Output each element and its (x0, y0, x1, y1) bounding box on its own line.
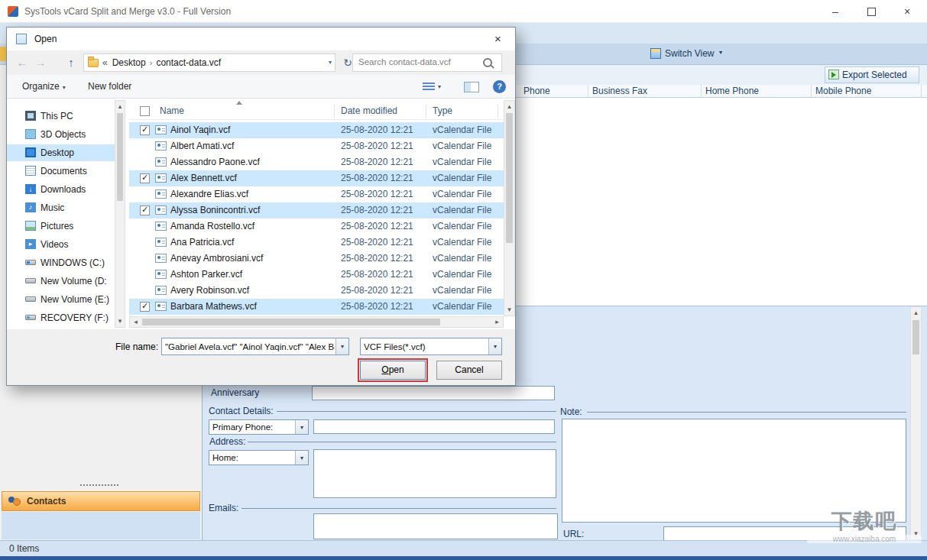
scroll-up-icon[interactable]: ▴ (911, 307, 921, 319)
anniversary-input[interactable] (312, 386, 555, 400)
sidebar-item-pictures[interactable]: Pictures (7, 218, 115, 235)
file-checkbox[interactable] (140, 173, 150, 183)
search-input[interactable]: Search contact-data.vcf (352, 53, 502, 72)
phone-input[interactable] (313, 419, 555, 434)
scroll-down-icon[interactable]: ▾ (115, 316, 125, 327)
export-selected-button[interactable]: Export Selected (825, 66, 919, 83)
file-row[interactable]: Ana Patricia.vcf 25-08-2020 12:21 vCalen… (129, 235, 504, 251)
sidebar-item-this-pc[interactable]: This PC (7, 108, 115, 125)
file-type: vCalendar File (433, 202, 491, 218)
file-row[interactable]: Alyssa Bonincontri.vcf 25-08-2020 12:21 … (129, 202, 504, 218)
sidebar-item-documents[interactable]: Documents (7, 163, 115, 180)
file-row[interactable]: Ainol Yaqin.vcf 25-08-2020 12:21 vCalend… (129, 122, 504, 138)
file-column-type[interactable]: Type (433, 105, 452, 116)
sidebar-item-downloads[interactable]: Downloads (7, 181, 115, 198)
dialog-close-button[interactable]: × (481, 28, 515, 50)
column-header-business-fax[interactable]: Business Fax (588, 85, 702, 97)
sidebar-item-music[interactable]: Music (7, 199, 115, 216)
drive-icon (25, 296, 36, 302)
contacts-panel-button[interactable]: Contacts (2, 491, 200, 511)
chevron-down-icon[interactable]: ▾ (335, 338, 348, 354)
file-list-vertical-scrollbar[interactable]: ▴ ▾ (504, 100, 515, 316)
file-name-label: File name: (105, 342, 158, 352)
file-checkbox[interactable] (140, 302, 150, 312)
scroll-up-icon[interactable]: ▴ (504, 101, 514, 112)
switch-view-button[interactable]: Switch View ▾ (650, 47, 730, 62)
file-row[interactable]: Alessandro Paone.vcf 25-08-2020 12:21 vC… (129, 154, 504, 170)
file-name-input[interactable]: "Gabriel Avela.vcf" "Ainol Yaqin.vcf" "A… (161, 338, 349, 355)
breadcrumb-item-current-folder[interactable]: contact-data.vcf (156, 57, 221, 68)
scrollbar-thumb[interactable] (506, 113, 513, 243)
splitter-handle[interactable] (80, 484, 118, 486)
forward-button[interactable]: → (31, 53, 50, 72)
file-type-select[interactable]: VCF Files(*.vcf) ▾ (360, 338, 502, 355)
file-row[interactable]: Amanda Rostello.vcf 25-08-2020 12:21 vCa… (129, 218, 504, 235)
chevron-down-icon[interactable]: ▾ (488, 338, 501, 354)
file-checkbox[interactable] (140, 125, 150, 135)
file-list-header: Name Date modified Type (129, 101, 504, 120)
main-vertical-scrollbar[interactable]: ▴ ▾ (910, 306, 922, 540)
column-header-home-phone[interactable]: Home Phone (702, 85, 812, 97)
desktop-icon (25, 147, 36, 157)
chevron-right-icon: › (150, 58, 153, 67)
column-divider[interactable] (498, 105, 498, 118)
primary-phone-select[interactable]: Primary Phone: ▾ (209, 419, 309, 435)
breadcrumb-overflow-icon[interactable]: « (102, 57, 108, 68)
scrollbar-thumb[interactable] (117, 113, 123, 201)
view-options-dropdown-icon[interactable]: ▾ (438, 83, 441, 90)
scroll-up-icon[interactable]: ▴ (115, 101, 125, 112)
sidebar-item-windows-c[interactable]: WINDOWS (C:) (7, 254, 115, 271)
file-name: Alex Bennett.vcf (170, 170, 237, 186)
scrollbar-thumb[interactable] (912, 320, 919, 354)
scroll-right-icon[interactable]: ▸ (491, 317, 503, 327)
address-textarea[interactable] (313, 449, 556, 498)
column-divider[interactable] (334, 105, 335, 118)
file-column-date-modified[interactable]: Date modified (341, 105, 397, 116)
file-name: Ashton Parker.vcf (170, 267, 242, 283)
sidebar-item-desktop[interactable]: Desktop (7, 144, 115, 161)
breadcrumb-dropdown-icon[interactable]: ▾ (329, 54, 332, 71)
maximize-button[interactable] (858, 0, 884, 23)
sidebar-item-label: Music (41, 199, 64, 216)
file-column-name[interactable]: Name (160, 105, 184, 116)
minimize-button[interactable]: – (822, 0, 848, 23)
select-all-checkbox[interactable] (140, 106, 150, 116)
column-header-phone[interactable]: Phone (520, 85, 588, 97)
organize-button[interactable]: Organize▾ (22, 75, 66, 98)
sidebar-item-3d-objects[interactable]: 3D Objects (7, 126, 115, 143)
sidebar-item-videos[interactable]: Videos (7, 236, 115, 253)
file-row[interactable]: Avery Robinson.vcf 25-08-2020 12:21 vCal… (129, 283, 504, 299)
details-view-icon[interactable] (423, 83, 435, 92)
file-row[interactable]: Ashton Parker.vcf 25-08-2020 12:21 vCale… (129, 267, 504, 283)
search-icon[interactable] (483, 58, 492, 67)
sidebar-item-new-volume-d[interactable]: New Volume (D: (7, 273, 115, 290)
scroll-down-icon[interactable]: ▾ (504, 304, 514, 316)
file-list-horizontal-scrollbar[interactable]: ◂ ▸ (129, 316, 504, 328)
emails-input[interactable] (313, 513, 558, 539)
file-row[interactable]: Alex Bennett.vcf 25-08-2020 12:21 vCalen… (129, 170, 504, 186)
file-checkbox[interactable] (140, 206, 150, 215)
breadcrumb-item-desktop[interactable]: Desktop (112, 57, 146, 68)
back-button[interactable]: ← (13, 53, 31, 72)
column-header-mobile-phone[interactable]: Mobile Phone (812, 85, 922, 97)
sidebar-item-new-volume-e[interactable]: New Volume (E:) (7, 291, 115, 308)
file-row[interactable]: Anevay Ambrosiani.vcf 25-08-2020 12:21 v… (129, 251, 504, 267)
file-row[interactable]: Alexandre Elias.vcf 25-08-2020 12:21 vCa… (129, 186, 504, 202)
preview-pane-icon[interactable] (464, 82, 479, 92)
open-button[interactable]: Open (360, 361, 426, 380)
file-row[interactable]: Barbara Mathews.vcf 25-08-2020 12:21 vCa… (129, 299, 504, 315)
address-type-select[interactable]: Home: ▾ (209, 450, 309, 465)
scrollbar-thumb[interactable] (142, 319, 440, 325)
breadcrumb[interactable]: «Desktop›contact-data.vcf ▾ (83, 53, 335, 72)
up-button[interactable]: ↑ (62, 53, 80, 72)
close-button[interactable]: × (894, 0, 920, 23)
new-folder-button[interactable]: New folder (88, 75, 131, 98)
sidebar-item-recovery-f[interactable]: RECOVERY (F:) (7, 309, 115, 326)
file-date-modified: 25-08-2020 12:21 (341, 251, 413, 267)
scroll-left-icon[interactable]: ◂ (130, 317, 141, 327)
column-divider[interactable] (426, 105, 426, 118)
help-icon[interactable]: ? (493, 80, 506, 93)
file-row[interactable]: Albert Amati.vcf 25-08-2020 12:21 vCalen… (129, 138, 504, 154)
sidebar-scrollbar[interactable]: ▴ ▾ (115, 100, 125, 328)
cancel-button[interactable]: Cancel (436, 361, 502, 380)
